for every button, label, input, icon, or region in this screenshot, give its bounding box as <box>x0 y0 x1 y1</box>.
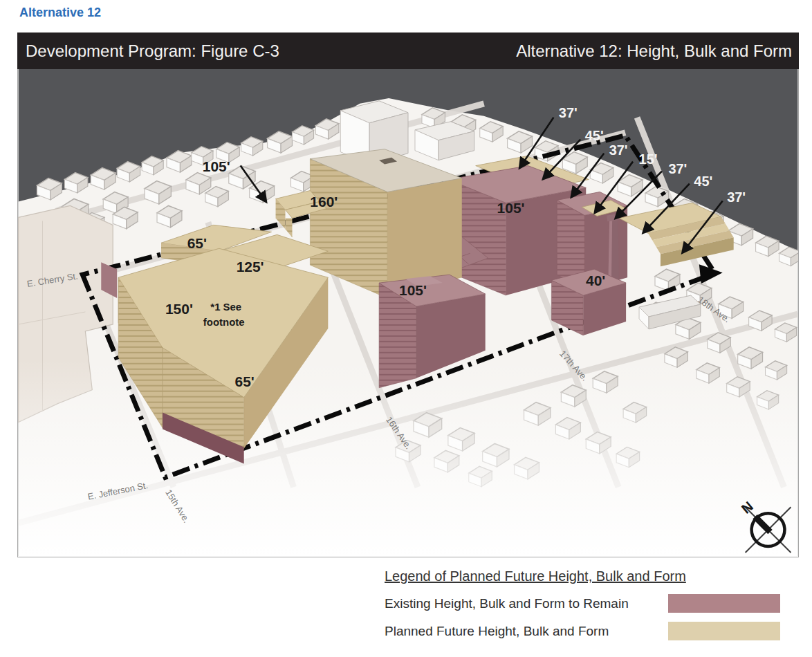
page-title: Alternative 12 <box>19 6 101 20</box>
height-label: 37' <box>609 142 628 158</box>
figure-header-left: Development Program: Figure C-3 <box>17 41 279 61</box>
legend-swatch-existing <box>668 594 780 613</box>
height-label: 65' <box>187 235 207 251</box>
height-label: 125' <box>237 259 264 275</box>
height-label: 105' <box>497 200 525 216</box>
height-label: 105' <box>399 282 427 298</box>
footnote-label-line1: *1 See <box>210 301 241 313</box>
rendering-3d-view: 105' 160' 65' 125' 150' *1 See footnote … <box>17 69 799 557</box>
figure-header-right: Alternative 12: Height, Bulk and Form <box>516 41 799 61</box>
height-label: 45' <box>694 174 712 189</box>
height-label: 37' <box>559 105 578 120</box>
footnote-label-line2: footnote <box>203 316 245 328</box>
figure-header-bar: Development Program: Figure C-3 Alternat… <box>17 33 799 69</box>
legend-row: Planned Future Height, Bulk and Form <box>385 622 780 640</box>
legend: Legend of Planned Future Height, Bulk an… <box>385 568 780 649</box>
height-label: 37' <box>668 161 687 176</box>
height-label: 105' <box>203 158 230 174</box>
height-label: 65' <box>235 373 255 389</box>
legend-title: Legend of Planned Future Height, Bulk an… <box>385 568 780 584</box>
height-label: 37' <box>727 189 746 205</box>
height-label: 45' <box>585 128 604 143</box>
scene-svg: 105' 160' 65' 125' 150' *1 See footnote … <box>18 69 798 556</box>
height-label: 15' <box>639 151 658 167</box>
height-label: 40' <box>586 272 605 288</box>
height-label: 150' <box>165 301 193 317</box>
legend-item-label: Existing Height, Bulk and Form to Remain <box>385 596 629 611</box>
legend-row: Existing Height, Bulk and Form to Remain <box>385 594 780 613</box>
legend-swatch-planned <box>668 622 780 640</box>
height-label: 160' <box>310 194 338 210</box>
figure-c3: Development Program: Figure C-3 Alternat… <box>17 33 799 69</box>
legend-item-label: Planned Future Height, Bulk and Form <box>385 624 609 639</box>
